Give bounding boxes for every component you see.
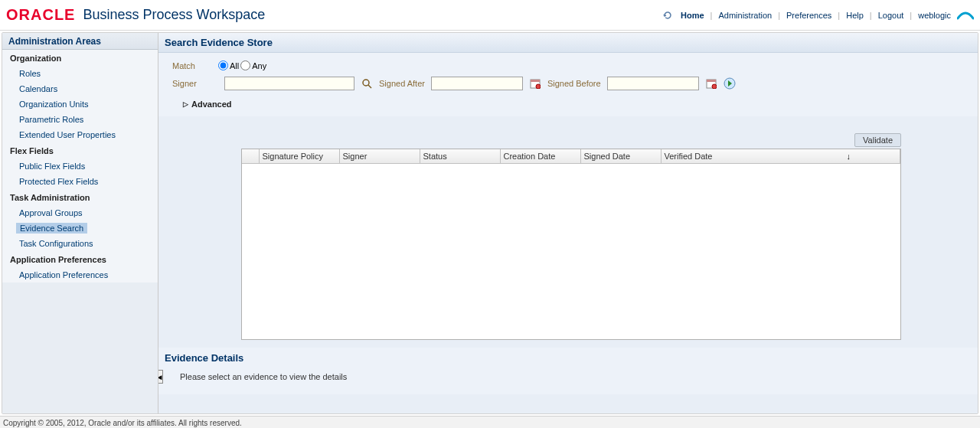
match-label: Match <box>172 61 203 70</box>
results-table: Signature Policy Signer Status Creation … <box>242 149 900 164</box>
collapse-left-icon[interactable]: ◄ <box>158 370 163 384</box>
sort-desc-icon: ↓ <box>847 152 851 161</box>
signed-before-calendar-icon[interactable] <box>705 77 717 90</box>
refresh-icon[interactable] <box>661 8 675 22</box>
col-signature-policy[interactable]: Signature Policy <box>259 149 339 163</box>
sidebar-group-application-preferences: Application Preferences Application Pref… <box>2 251 158 283</box>
nav-help[interactable]: Help <box>844 11 865 20</box>
go-search-icon[interactable] <box>724 77 736 90</box>
content: Search Evidence Store Match All Any <box>158 33 978 413</box>
signed-after-calendar-icon[interactable] <box>529 77 541 90</box>
col-verified-date[interactable]: Verified Date ↓ <box>661 149 900 163</box>
sidebar-group-flex-fields: Flex Fields Public Flex Fields Protected… <box>2 142 158 189</box>
search-panel: Search Evidence Store Match All Any <box>158 33 978 394</box>
signed-after-label: Signed After <box>379 79 425 88</box>
sidebar-item-calendars[interactable]: Calendars <box>2 81 158 96</box>
table-header-row: Signature Policy Signer Status Creation … <box>242 149 900 163</box>
body-area: Administration Areas Organization Roles … <box>2 32 978 414</box>
signer-input[interactable] <box>224 77 354 90</box>
match-all-input[interactable] <box>218 60 228 70</box>
col-signed-date[interactable]: Signed Date <box>580 149 661 163</box>
oracle-swoosh-icon <box>957 9 974 21</box>
signer-lookup-icon[interactable] <box>361 77 373 90</box>
svg-point-7 <box>712 84 717 89</box>
sidebar-title: Administration Areas <box>2 33 158 50</box>
sidebar-group-organization: Organization Roles Calendars Organizatio… <box>2 50 158 142</box>
svg-rect-3 <box>531 80 540 82</box>
content-scroll[interactable]: Search Evidence Store Match All Any <box>158 33 978 413</box>
evidence-details-title: Evidence Details <box>158 348 978 367</box>
match-radio-group: All Any <box>218 60 266 70</box>
results-table-wrap: Signature Policy Signer Status Creation … <box>241 149 901 340</box>
signed-before-input[interactable] <box>607 77 699 90</box>
sidebar-item-parametric-roles[interactable]: Parametric Roles <box>2 112 158 127</box>
details-body: ◄ Please select an evidence to view the … <box>158 367 978 387</box>
app-title: Business Process Workspace <box>83 7 265 23</box>
signed-before-label: Signed Before <box>547 79 601 88</box>
match-row: Match All Any <box>172 60 972 70</box>
sidebar-item-public-flex-fields[interactable]: Public Flex Fields <box>2 158 158 174</box>
svg-point-0 <box>363 80 369 86</box>
sidebar-item-extended-user-properties[interactable]: Extended User Properties <box>2 127 158 142</box>
app-header: ORACLE Business Process Workspace Home |… <box>0 0 980 31</box>
svg-rect-6 <box>707 80 716 82</box>
nav-home[interactable]: Home <box>679 11 706 20</box>
advanced-label: Advanced <box>191 100 232 109</box>
group-header-flex-fields: Flex Fields <box>2 142 158 158</box>
nav-preferences[interactable]: Preferences <box>785 11 833 20</box>
header-right: Home | Administration | Preferences | He… <box>661 8 974 22</box>
sidebar: Administration Areas Organization Roles … <box>2 33 158 413</box>
sidebar-item-organization-units[interactable]: Organization Units <box>2 96 158 112</box>
nav-logout[interactable]: Logout <box>877 11 906 20</box>
col-signer[interactable]: Signer <box>339 149 420 163</box>
col-creation-date[interactable]: Creation Date <box>500 149 580 163</box>
match-any-label: Any <box>252 61 266 70</box>
sidebar-item-task-configurations[interactable]: Task Configurations <box>2 236 158 251</box>
copyright: Copyright © 2005, 2012, Oracle and/or it… <box>3 419 242 427</box>
match-any-input[interactable] <box>240 60 250 70</box>
triangle-right-icon: ▷ <box>183 100 188 108</box>
criteria-row: Signer Signed After Signed Before <box>172 77 972 90</box>
footer: Copyright © 2005, 2012, Oracle and/or it… <box>0 416 980 428</box>
col-status[interactable]: Status <box>420 149 500 163</box>
nav-administration[interactable]: Administration <box>717 11 773 20</box>
signer-label: Signer <box>172 79 203 88</box>
sidebar-item-approval-groups[interactable]: Approval Groups <box>2 205 158 221</box>
signed-after-input[interactable] <box>431 77 523 90</box>
oracle-logo: ORACLE <box>6 6 75 24</box>
match-all-label: All <box>230 61 239 70</box>
match-all-radio[interactable]: All <box>218 60 239 70</box>
validate-button[interactable]: Validate <box>854 133 901 147</box>
group-header-task-administration: Task Administration <box>2 189 158 205</box>
group-header-organization: Organization <box>2 50 158 66</box>
sidebar-item-application-preferences[interactable]: Application Preferences <box>2 267 158 283</box>
col-select[interactable] <box>242 149 259 163</box>
sidebar-group-task-administration: Task Administration Approval Groups Evid… <box>2 189 158 251</box>
svg-line-1 <box>368 85 371 88</box>
svg-point-4 <box>536 84 541 89</box>
advanced-toggle[interactable]: ▷ Advanced <box>172 96 972 112</box>
search-panel-title: Search Evidence Store <box>158 33 978 53</box>
table-toolbar: Validate <box>158 116 978 149</box>
nav-user[interactable]: weblogic <box>916 11 952 20</box>
details-message: Please select an evidence to view the de… <box>169 372 347 381</box>
sidebar-item-protected-flex-fields[interactable]: Protected Flex Fields <box>2 174 158 189</box>
evidence-details-panel: Evidence Details ◄ Please select an evid… <box>158 348 978 394</box>
group-header-application-preferences: Application Preferences <box>2 251 158 267</box>
search-form: Match All Any <box>158 53 978 116</box>
sidebar-item-roles[interactable]: Roles <box>2 66 158 81</box>
match-any-radio[interactable]: Any <box>240 60 266 70</box>
sidebar-item-evidence-search[interactable]: Evidence Search <box>16 223 87 234</box>
